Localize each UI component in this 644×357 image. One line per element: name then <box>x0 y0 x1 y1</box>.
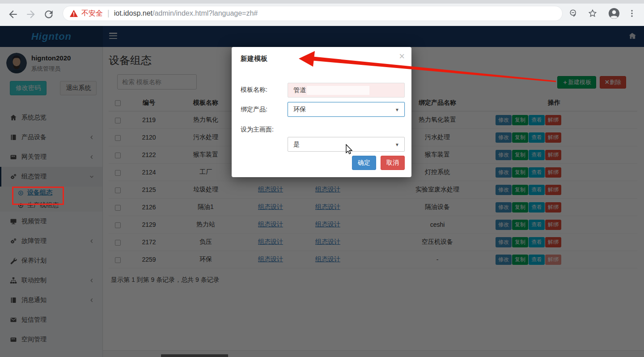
url-domain[interactable]: iot.idosp.net <box>114 9 153 17</box>
text-selection-highlight <box>307 86 369 95</box>
warning-icon <box>69 9 78 17</box>
screen: 不安全 | iot.idosp.net/admin/index.html?lan… <box>0 0 644 357</box>
bind-product-select[interactable]: 环保▼ <box>288 102 405 117</box>
security-warning[interactable]: 不安全 <box>81 9 103 18</box>
url-separator: | <box>107 8 110 18</box>
bookmark-star-icon[interactable] <box>588 8 597 18</box>
template-name-input[interactable]: 管道 <box>288 83 405 98</box>
cancel-button[interactable]: 取消 <box>381 156 405 170</box>
back-icon[interactable] <box>7 8 19 20</box>
address-bar[interactable]: 不安全 | iot.idosp.net/admin/index.html?lan… <box>63 6 563 21</box>
reload-icon[interactable] <box>43 8 55 20</box>
url-path[interactable]: /admin/index.html?language=zh# <box>153 9 258 17</box>
close-icon[interactable]: × <box>399 51 405 61</box>
app-window: Hignton hignton2020 系统管理员 修改密码 退出系统 <box>0 26 644 357</box>
zoom-out-icon[interactable] <box>569 8 579 18</box>
bind-product-label: 绑定产品: <box>241 106 267 114</box>
profile-avatar-icon[interactable] <box>608 8 620 19</box>
modal-title: 新建模板 <box>241 55 267 63</box>
main-screen-label: 设为主画面: <box>241 126 274 134</box>
browser-menu-icon[interactable] <box>627 8 637 18</box>
browser-chrome: 不安全 | iot.idosp.net/admin/index.html?lan… <box>0 0 644 26</box>
template-name-label: 模板名称: <box>241 86 267 94</box>
dropdown-caret-icon: ▼ <box>395 142 399 147</box>
forward-icon[interactable] <box>25 8 37 20</box>
new-template-modal: 新建模板 × 模板名称: 管道 绑定产品: 环保▼ 设为主画面: 是▼ 确定 取… <box>232 47 411 177</box>
annotation-red-box <box>12 187 64 205</box>
main-screen-select[interactable]: 是▼ <box>288 137 405 152</box>
dropdown-caret-icon: ▼ <box>395 107 399 112</box>
confirm-button[interactable]: 确定 <box>352 156 376 170</box>
